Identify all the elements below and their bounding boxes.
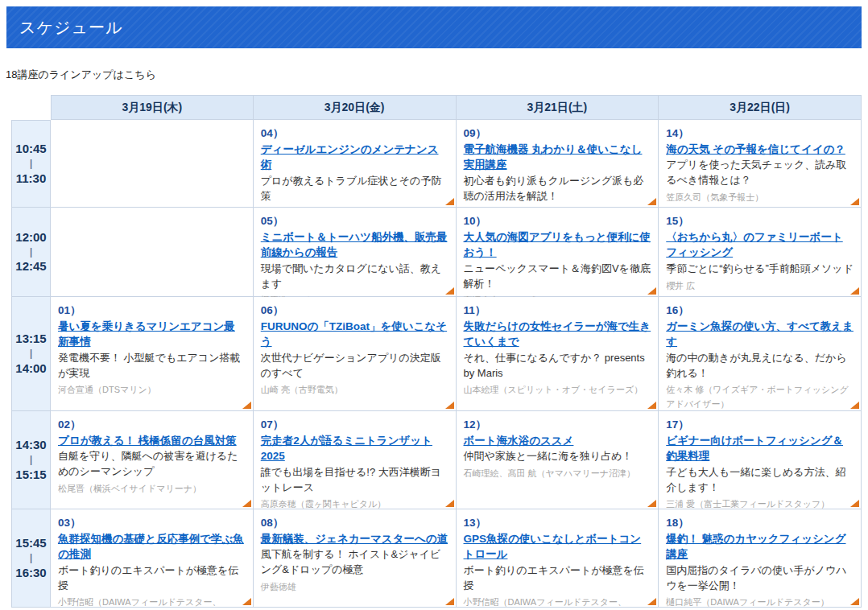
session-heading: 11）失敗だらけの女性セイラーが海で生きていくまで [464, 303, 651, 350]
session-heading: 16）ガーミン魚探の使い方、すべて教えます [666, 303, 854, 350]
session-cell: 15）〈おちから丸〉のファミリーボートフィッシング季節ごとに“釣らせる”手前船頭… [659, 208, 862, 297]
session-title-link[interactable]: GPS魚探の使いこなしとボートコントロール [464, 533, 642, 561]
corner-triangle-icon [647, 287, 656, 295]
session-speaker: 山崎 亮（古野電気） [261, 383, 448, 398]
corner-triangle-icon [850, 287, 859, 295]
session-title-link[interactable]: 最新艤装、ジェネカーマスターへの道 [261, 533, 448, 545]
session-title-link[interactable]: ボート海水浴のススメ [464, 435, 574, 447]
session-title-link[interactable]: ミニボート＆トーハツ船外機、販売最前線からの報告 [261, 231, 448, 259]
session-title-link[interactable]: 爆釣！ 魅惑のカヤックフィッシング講座 [666, 533, 845, 561]
corner-triangle-icon [445, 500, 454, 507]
session-description: 仲間や家族と一緒に海を独り占め！ [464, 449, 651, 464]
session-number: 16） [666, 303, 852, 319]
schedule-banner: スケジュール [6, 6, 862, 48]
session-description: アプリを使った天気チェック、読み取るべき情報とは？ [666, 158, 854, 188]
time-start: 12:00 [15, 229, 46, 245]
day-header-0: 3月19日(木) [51, 95, 254, 120]
session-heading: 12）ボート海水浴のススメ [464, 417, 651, 448]
session-title-link[interactable]: 失敗だらけの女性セイラーが海で生きていくまで [464, 320, 651, 348]
session-title-link[interactable]: ディーゼルエンジンのメンテナンス術 [261, 143, 439, 171]
page-title: スケジュール [6, 17, 122, 39]
session-title-link[interactable]: 完走者2人が語るミニトランザット2025 [261, 435, 432, 463]
time-start: 13:15 [15, 331, 46, 347]
schedule-grid: 3月19日(木)3月20日(金)3月21日(土)3月22日(日)10:45|11… [11, 95, 862, 608]
session-description: 初心者も釣り派もクルージング派も必聴の活用法を解説！ [464, 174, 651, 204]
time-end: 14:00 [15, 361, 46, 377]
corner-triangle-icon [445, 598, 454, 605]
session-heading: 04）ディーゼルエンジンのメンテナンス術 [261, 126, 448, 173]
session-cell: 17）ビギナー向けボートフィッシング＆釣果料理子ども大人も一緒に楽しめる方法、紹… [659, 411, 862, 509]
session-cell: 04）ディーゼルエンジンのメンテナンス術プロが教えるトラブル症状とその予防策小嶋… [254, 120, 457, 208]
session-title-link[interactable]: 大人気の海図アプリをもっと便利に使おう！ [464, 231, 651, 259]
session-title-link[interactable]: プロが教える！ 桟橋係留の台風対策 [58, 435, 237, 447]
session-description: プロが教えるトラブル症状とその予防策 [261, 174, 448, 204]
session-description: 海の中の動きが丸見えになる、だから釣れる！ [666, 351, 854, 381]
corner-triangle-icon [647, 198, 656, 205]
empty-slot [51, 208, 254, 297]
session-number: 15） [666, 213, 852, 229]
session-number: 02） [58, 417, 244, 433]
session-heading: 02）プロが教える！ 桟橋係留の台風対策 [58, 417, 246, 448]
session-cell: 11）失敗だらけの女性セイラーが海で生きていくまでそれ、仕事になるんですか？ p… [457, 297, 659, 411]
corner-triangle-icon [445, 402, 454, 409]
corner-triangle-icon [850, 500, 859, 507]
session-number: 04） [261, 126, 447, 142]
time-divider: | [30, 347, 32, 360]
time-divider: | [30, 551, 32, 564]
session-title-link[interactable]: 電子航海機器 丸わかり＆使いこなし実用講座 [464, 143, 643, 171]
session-number: 17） [666, 417, 852, 433]
session-description: 風下航を制する！ ホイスト&ジャイビング&ドロップの極意 [261, 547, 448, 578]
session-heading: 09）電子航海機器 丸わかり＆使いこなし実用講座 [464, 126, 651, 173]
session-description: ボート釣りのエキスパートが極意を伝授 [58, 563, 246, 594]
session-description: 発電機不要！ 小型艇でもエアコン搭載が実現 [58, 351, 246, 381]
session-title-link[interactable]: ビギナー向けボートフィッシング＆釣果料理 [666, 435, 843, 463]
day-header-1: 3月20日(金) [254, 95, 457, 120]
time-end: 15:15 [15, 467, 46, 483]
time-slot: 10:45|11:30 [11, 120, 51, 208]
session-cell: 02）プロが教える！ 桟橋係留の台風対策自艇を守り、隣艇への被害を避けるためのシ… [51, 411, 254, 509]
corner-triangle-icon [647, 598, 656, 605]
session-title-link[interactable]: FURUNOの「TZiBoat」を使いこなそう [261, 320, 447, 348]
corner-triangle-icon [850, 598, 859, 605]
corner-triangle-icon [445, 287, 454, 295]
session-title-link[interactable]: ガーミン魚探の使い方、すべて教えます [666, 320, 854, 348]
session-cell: 01）暑い夏を乗りきるマリンエアコン最新事情発電機不要！ 小型艇でもエアコン搭載… [51, 297, 254, 411]
session-cell: 06）FURUNOの「TZiBoat」を使いこなそう次世代ナビゲーションアプリの… [254, 297, 457, 411]
time-start: 10:45 [15, 141, 46, 157]
session-cell: 07）完走者2人が語るミニトランザット2025誰でも出場を目指せる!? 大西洋横… [254, 411, 457, 509]
session-description: 自艇を守り、隣艇への被害を避けるためのシーマンシップ [58, 449, 246, 480]
session-cell: 09）電子航海機器 丸わかり＆使いこなし実用講座初心者も釣り派もクルージング派も… [457, 120, 659, 208]
corner-spacer [11, 95, 51, 120]
session-heading: 17）ビギナー向けボートフィッシング＆釣果料理 [666, 417, 854, 464]
corner-triangle-icon [242, 598, 251, 605]
session-cell: 05）ミニボート＆トーハツ船外機、販売最前線からの報告現場で聞いたカタログにない… [254, 208, 457, 297]
corner-triangle-icon [242, 500, 251, 507]
session-title-link[interactable]: 〈おちから丸〉のファミリーボートフィッシング [666, 231, 842, 259]
session-speaker: 佐々木 修（ワイズギア・ボートフィッシングアドバイザー） [666, 383, 854, 411]
session-number: 07） [261, 417, 447, 433]
session-speaker: 小野信昭（DAIWAフィールドテスター、FURUNOフィールドテスター） [464, 596, 651, 610]
session-description: 現場で聞いたカタログにない話、教えます [261, 262, 448, 292]
session-speaker: 石崎理絵、髙田 航（ヤマハマリーナ沼津） [464, 467, 651, 481]
session-number: 06） [261, 303, 447, 319]
session-cell: 16）ガーミン魚探の使い方、すべて教えます海の中の動きが丸見えになる、だから釣れ… [659, 297, 862, 411]
session-title-link[interactable]: 海の天気 その予報を信じてイイの？ [666, 143, 845, 155]
session-description: 子ども大人も一緒に楽しめる方法、紹介します！ [666, 465, 854, 496]
session-heading: 03）魚群探知機の基礎と反応事例で学ぶ魚の推測 [58, 515, 246, 563]
session-description: 誰でも出場を目指せる!? 大西洋横断ヨットレース [261, 465, 448, 496]
session-heading: 13）GPS魚探の使いこなしとボートコントロール [464, 515, 651, 563]
time-divider: | [30, 245, 32, 258]
session-cell: 12）ボート海水浴のススメ仲間や家族と一緒に海を独り占め！石崎理絵、髙田 航（ヤ… [457, 411, 659, 509]
empty-slot [51, 120, 254, 208]
session-title-link[interactable]: 魚群探知機の基礎と反応事例で学ぶ魚の推測 [58, 533, 244, 561]
session-title-link[interactable]: 暑い夏を乗りきるマリンエアコン最新事情 [58, 320, 235, 348]
session-description: 季節ごとに“釣らせる”手前船頭メソッド [666, 262, 854, 277]
time-divider: | [30, 453, 32, 466]
session-number: 08） [261, 515, 447, 531]
time-end: 12:45 [15, 258, 46, 274]
session-cell: 08）最新艤装、ジェネカーマスターへの道風下航を制する！ ホイスト&ジャイビング… [254, 509, 457, 608]
session-description: ボート釣りのエキスパートが極意を伝授 [464, 563, 651, 594]
session-cell: 10）大人気の海図アプリをもっと便利に使おう！ニューペックスマート＆海釣図Vを徹… [457, 208, 659, 297]
session-speaker: 笠原久司（気象予報士） [666, 191, 854, 205]
corner-triangle-icon [850, 198, 859, 205]
